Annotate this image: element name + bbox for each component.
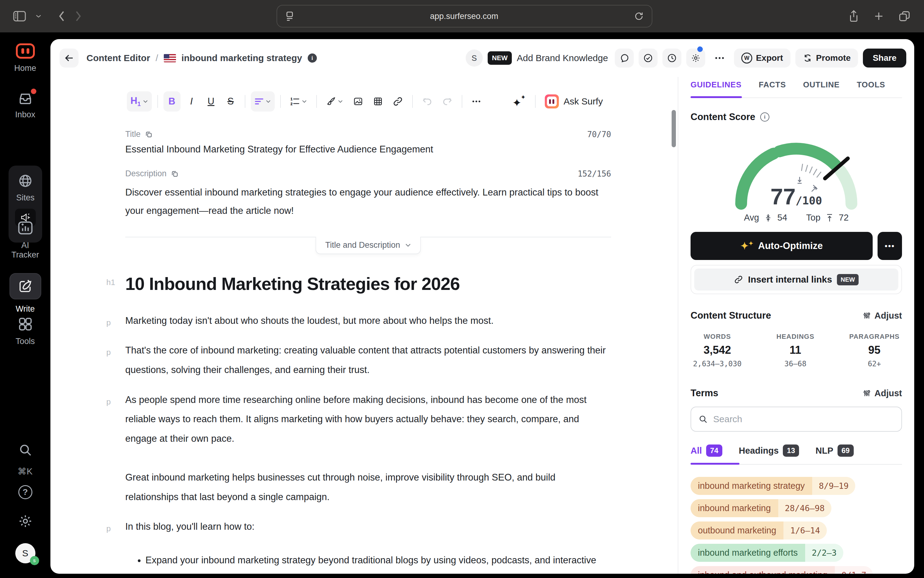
heading-style-dropdown[interactable]: H1 [127,91,152,112]
sidebar-item-sites[interactable]: Sites [16,193,34,203]
breadcrumb-section[interactable]: Content Editor [86,53,150,63]
term-chip[interactable]: outbound marketing1/6–14 [690,521,827,539]
italic-button[interactable]: I [183,91,200,112]
editor-scrollbar[interactable] [672,110,676,147]
copy-icon[interactable] [145,130,153,138]
guidelines-panel: GUIDELINES FACTS OUTLINE TOOLS Content S… [678,77,914,574]
export-button[interactable]: W Export [734,49,791,68]
active-tab-underline [690,96,742,98]
copy-icon[interactable] [171,170,179,178]
ask-surfy-button[interactable]: Ask Surfy [541,91,607,112]
breadcrumb-separator: / [156,53,158,63]
paragraph[interactable]: p In this blog, you'll learn how to: [125,517,611,536]
new-tab-icon[interactable] [873,11,884,22]
add-brand-knowledge-link[interactable]: Add Brand Knowledge [517,53,608,63]
filter-all[interactable]: All 74 [690,445,722,457]
paragraph[interactable]: p As people spend more time researching … [125,390,611,448]
article-heading[interactable]: h1 10 Inbound Marketing Strategies for 2… [125,273,611,294]
avg-icon [765,214,772,222]
sidebar-item-tools[interactable]: Tools [0,317,50,346]
list-item[interactable]: Expand your inbound marketing strategy b… [145,550,611,574]
undo-button[interactable] [418,91,436,112]
info-icon[interactable]: i [308,54,317,63]
tab-facts[interactable]: FACTS [759,80,786,89]
back-button[interactable] [60,49,78,68]
term-chip[interactable]: inbound marketing efforts2/2–3 [690,544,843,562]
more-options-button[interactable] [710,49,729,68]
forward-icon[interactable] [75,10,83,22]
filter-count-badge: 69 [838,445,854,457]
tab-overview-icon[interactable] [898,10,911,22]
share-icon[interactable] [848,10,859,23]
redo-button[interactable] [438,91,456,112]
sidebar-item-home[interactable]: Home [0,43,50,73]
sidebar-search[interactable] [0,443,50,457]
align-dropdown[interactable] [251,91,275,112]
browser-toolbar: app.surferseo.com [0,0,924,32]
ai-sparkles-button[interactable]: ✦✦ [509,91,529,112]
info-icon[interactable]: i [760,112,770,122]
document-title[interactable]: inbound marketing strategy [182,53,302,63]
toolbar-divider [280,95,281,108]
avatar-status-badge: s [30,556,39,565]
content-structure-title: Content Structure [690,310,771,321]
term-chips: inbound marketing strategy8/9–19 inbound… [690,477,902,574]
seo-description-value[interactable]: Discover essential inbound marketing str… [125,183,611,220]
sidebar-item-write[interactable]: Write [0,273,50,314]
collaborator-avatar[interactable]: S [466,49,483,67]
filter-headings[interactable]: Headings 13 [739,445,799,457]
term-chip[interactable]: inbound marketing28/46–98 [690,499,831,517]
terms-adjust-button[interactable]: Adjust [863,388,902,398]
structure-adjust-button[interactable]: Adjust [863,311,902,321]
tab-outline[interactable]: OUTLINE [803,80,840,89]
tab-tools[interactable]: TOOLS [857,80,885,89]
url-text: app.surferseo.com [294,11,634,21]
tab-guidelines[interactable]: GUIDELINES [690,80,742,89]
promote-button[interactable]: Promote [796,49,858,68]
reload-icon[interactable] [634,11,644,21]
chevron-down-icon[interactable] [36,14,42,18]
globe-icon[interactable] [18,174,33,188]
sidebar-item-ai-tracker[interactable]: AI Tracker [0,219,50,260]
section-pill-dropdown[interactable]: Title and Description [315,237,421,254]
search-input[interactable] [713,414,894,424]
underline-button[interactable]: U [203,91,220,112]
back-icon[interactable] [57,10,65,22]
tasks-button[interactable] [638,49,658,68]
term-chip[interactable]: inbound marketing strategy8/9–19 [690,477,855,495]
filter-nlp[interactable]: NLP 69 [815,445,854,457]
auto-optimize-more-button[interactable]: ••• [878,232,902,260]
insert-table-button[interactable] [369,91,386,112]
settings-button[interactable] [686,49,705,68]
sidebar-item-inbox[interactable]: Inbox [0,91,50,119]
bullet-list[interactable]: Expand your inbound marketing strategy b… [125,550,611,574]
term-chip[interactable]: inbound and outbound marketing0/1–7 [690,566,873,574]
share-button[interactable]: Share [863,49,906,68]
sidebar-toggle-icon[interactable] [13,11,26,22]
sidebar-help[interactable]: ? [0,485,50,499]
insert-link-button[interactable] [389,91,407,112]
list-dropdown[interactable]: 12 [286,91,311,112]
toolbar-more-button[interactable] [468,91,485,112]
paragraph[interactable]: p That's the core of inbound marketing: … [125,341,611,380]
history-button[interactable] [663,49,681,68]
paragraph[interactable]: Great inbound marketing helps businesses… [125,468,611,507]
sidebar-settings[interactable] [0,514,50,529]
brush-dropdown[interactable] [322,91,347,112]
paragraph[interactable]: p Marketing today isn't about who shouts… [125,311,611,331]
address-bar[interactable]: app.surferseo.com [276,5,652,28]
terms-search[interactable] [690,407,902,432]
seo-title-value[interactable]: Essential Inbound Marketing Strategy for… [125,144,611,155]
insert-image-button[interactable] [349,91,367,112]
insert-internal-links-button[interactable]: Insert internal links NEW [694,268,898,291]
document-editor[interactable]: Title 70/70 Essential Inbound Marketing … [125,130,611,574]
help-icon: ? [18,485,32,499]
strikethrough-button[interactable]: S [222,91,239,112]
bold-button[interactable]: B [164,91,180,112]
comments-button[interactable] [615,49,634,68]
promote-icon [803,53,812,63]
sparkles-icon: ✦✦ [512,94,526,109]
page-settings-icon[interactable] [285,11,294,22]
sidebar-account[interactable]: S s [0,543,50,563]
auto-optimize-button[interactable]: ✦✦ Auto-Optimize [690,232,873,260]
